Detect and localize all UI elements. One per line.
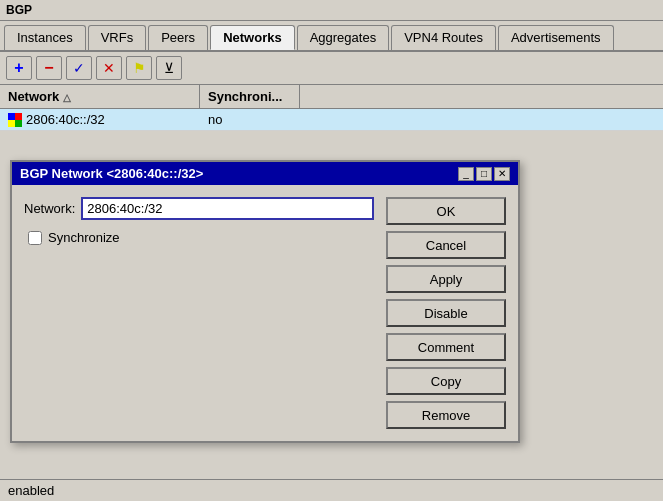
status-text: enabled [8,483,54,498]
dialog-maximize-button[interactable]: □ [476,167,492,181]
cell-synchronize: no [200,109,300,130]
network-field-row: Network: [24,197,374,220]
x-button[interactable]: ✕ [96,56,122,80]
tab-networks[interactable]: Networks [210,25,295,50]
cancel-button[interactable]: Cancel [386,231,506,259]
window-title: BGP [6,3,32,17]
network-label: Network: [24,201,75,216]
col-network: Network △ [0,85,200,108]
dialog-title-buttons: _ □ ✕ [458,167,510,181]
tab-vrfs[interactable]: VRFs [88,25,147,50]
remove-button[interactable]: − [36,56,62,80]
add-button[interactable]: + [6,56,32,80]
dialog-right: OK Cancel Apply Disable Comment Copy Rem… [386,197,506,429]
filter-button[interactable]: ⊻ [156,56,182,80]
tab-instances[interactable]: Instances [4,25,86,50]
sort-arrow: △ [63,92,71,103]
apply-button[interactable]: Apply [386,265,506,293]
network-input[interactable] [81,197,374,220]
table-header: Network △ Synchroni... [0,85,663,109]
tab-aggregates[interactable]: Aggregates [297,25,390,50]
ok-button[interactable]: OK [386,197,506,225]
synchronize-checkbox[interactable] [28,231,42,245]
status-bar: enabled [0,479,663,501]
remove-button-dialog[interactable]: Remove [386,401,506,429]
comment-button[interactable]: Comment [386,333,506,361]
cell-network: 2806:40c::/32 [0,109,200,130]
tab-peers[interactable]: Peers [148,25,208,50]
table-row[interactable]: 2806:40c::/32 no [0,109,663,131]
dialog-close-button[interactable]: ✕ [494,167,510,181]
title-bar: BGP [0,0,663,21]
dialog-title-bar: BGP Network <2806:40c::/32> _ □ ✕ [12,162,518,185]
dialog-title: BGP Network <2806:40c::/32> [20,166,203,181]
network-icon [8,113,22,127]
tab-bar: Instances VRFs Peers Networks Aggregates… [0,21,663,52]
copy-button[interactable]: Copy [386,367,506,395]
flag-button[interactable]: ⚑ [126,56,152,80]
synchronize-row: Synchronize [28,230,374,245]
dialog-left: Network: Synchronize [24,197,374,429]
app-window: BGP Instances VRFs Peers Networks Aggreg… [0,0,663,501]
dialog-minimize-button[interactable]: _ [458,167,474,181]
toolbar: + − ✓ ✕ ⚑ ⊻ [0,52,663,85]
check-button[interactable]: ✓ [66,56,92,80]
dialog: BGP Network <2806:40c::/32> _ □ ✕ Networ… [10,160,520,443]
table-container: Network △ Synchroni... 2806:40c::/32 no [0,85,663,131]
col-synchronize: Synchroni... [200,85,300,108]
disable-button[interactable]: Disable [386,299,506,327]
tab-advertisements[interactable]: Advertisements [498,25,614,50]
tab-vpn4routes[interactable]: VPN4 Routes [391,25,496,50]
synchronize-label: Synchronize [48,230,120,245]
dialog-body: Network: Synchronize OK Cancel Apply Dis… [12,185,518,441]
